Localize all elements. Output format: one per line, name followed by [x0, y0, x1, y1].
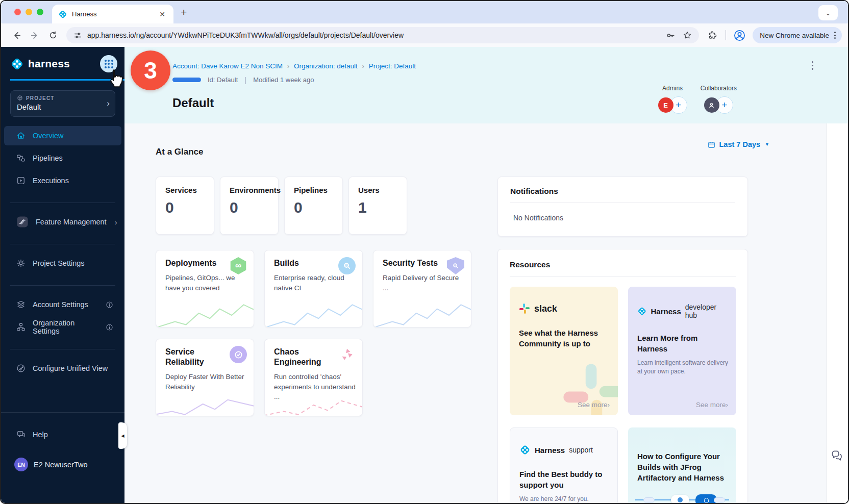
- admins-label: Admins: [662, 85, 683, 92]
- password-key-icon[interactable]: [666, 31, 676, 40]
- sidebar-item-pipelines[interactable]: Pipelines: [4, 148, 121, 168]
- tab-search-chevron-icon[interactable]: ⌄: [818, 5, 838, 20]
- account-settings-icon: [16, 300, 26, 309]
- resource-heading: Find the Best buddy to support you: [519, 469, 610, 490]
- info-icon[interactable]: [106, 323, 113, 331]
- sidebar-divider: [10, 285, 115, 286]
- breadcrumb-organization-link[interactable]: Organization: default: [294, 62, 358, 70]
- profile-avatar-icon[interactable]: [730, 26, 748, 44]
- stat-value: 0: [165, 199, 205, 216]
- sidebar-divider: [10, 244, 115, 244]
- divider: [510, 203, 735, 203]
- harness-favicon: [58, 10, 67, 19]
- stat-value: 1: [358, 199, 397, 216]
- date-range-filter[interactable]: Last 7 Days ▼: [708, 140, 769, 148]
- sidebar-item-configure-unified-view[interactable]: Configure Unified View: [1, 359, 124, 378]
- sidebar-item-overview[interactable]: Overview: [4, 126, 121, 145]
- forward-button[interactable]: [26, 26, 44, 44]
- browser-tab[interactable]: Harness ✕: [52, 5, 173, 23]
- extensions-puzzle-icon[interactable]: [703, 26, 721, 44]
- chat-help-icon[interactable]: [830, 449, 844, 465]
- project-selector[interactable]: PROJECT Default ›: [10, 90, 115, 117]
- sidebar-bottom-section: ? Help EN E2 NewuserTwo: [1, 412, 124, 503]
- resource-heading: See what the Harness Community is up to: [519, 327, 610, 349]
- site-controls-icon[interactable]: [73, 31, 82, 40]
- sidebar-collapse-handle[interactable]: ◀: [118, 422, 127, 449]
- sidebar-item-help[interactable]: ? Help: [1, 425, 124, 444]
- sidebar-item-label: Overview: [33, 132, 63, 140]
- see-more-link[interactable]: See more›: [578, 401, 610, 409]
- sidebar-item-label: Account Settings: [33, 300, 88, 309]
- sidebar-item-account-settings[interactable]: Account Settings: [1, 295, 124, 314]
- resource-card-developer-hub[interactable]: Harness developer hub Learn More from Ha…: [628, 287, 736, 415]
- security-tests-shield-icon: [447, 257, 464, 274]
- page-title: Default: [172, 96, 214, 110]
- notifications-title: Notifications: [510, 187, 735, 196]
- stat-card-pipelines: Pipelines 0: [284, 177, 343, 235]
- feature-management-icon: [16, 216, 29, 228]
- breadcrumb-project-link[interactable]: Project: Default: [369, 62, 416, 70]
- harness-logo-icon: [519, 444, 531, 456]
- sidebar-item-feature-management[interactable]: Feature Management ›: [1, 212, 124, 232]
- module-card-builds[interactable]: Builds Enterprise ready, cloud native CI: [264, 250, 363, 327]
- info-icon[interactable]: [106, 301, 113, 309]
- module-card-chaos-engineering[interactable]: Chaos Engineering Run controlled 'chaos'…: [264, 339, 363, 416]
- see-more-link[interactable]: See more›: [696, 401, 728, 409]
- breadcrumb-account-link[interactable]: Account: Dave Karow E2 Non SCIM: [172, 62, 283, 70]
- calendar-icon: [708, 141, 715, 148]
- url-text[interactable]: app.harness.io/ng/account/YWdkwNPiTceDUK…: [87, 31, 666, 39]
- module-card-deployments[interactable]: Deployments ∞ Pipelines, GitOps... we ha…: [156, 250, 254, 327]
- project-color-bar: [172, 78, 201, 82]
- tab-title: Harness: [72, 10, 157, 18]
- address-bar[interactable]: app.harness.io/ng/account/YWdkwNPiTceDUK…: [66, 27, 699, 43]
- sidebar-user[interactable]: EN E2 NewuserTwo: [1, 458, 124, 471]
- user-name: E2 NewuserTwo: [34, 461, 88, 469]
- module-desc: Rapid Delivery of Secure ...: [383, 273, 465, 293]
- brand-name: Harness: [651, 307, 681, 316]
- back-button[interactable]: [7, 26, 26, 44]
- module-desc: Pipelines, GitOps... we have you covered: [165, 273, 248, 293]
- home-icon: [16, 131, 26, 140]
- brand-suffix: developer hub: [685, 303, 727, 319]
- maximize-window-button[interactable]: [37, 9, 43, 15]
- stat-value: 0: [294, 199, 333, 216]
- harness-logo-icon: [637, 306, 647, 316]
- sidebar-item-organization-settings[interactable]: Organization Settings: [1, 317, 124, 337]
- support-brand-row: Harness support: [519, 444, 608, 456]
- pipeline-node: [714, 497, 725, 503]
- new-tab-button[interactable]: +: [181, 6, 187, 18]
- module-desc: Enterprise ready, cloud native CI: [274, 273, 357, 293]
- tab-close-icon[interactable]: ✕: [157, 10, 167, 19]
- close-window-button[interactable]: [14, 9, 21, 15]
- slack-brand-name: slack: [534, 304, 557, 314]
- reload-button[interactable]: [44, 26, 62, 44]
- module-card-security-tests[interactable]: Security Tests Rapid Delivery of Secure …: [373, 250, 471, 327]
- collaborator-avatar[interactable]: [704, 97, 719, 113]
- sidebar-divider: [10, 349, 115, 349]
- header-kebab-menu-icon[interactable]: [810, 59, 816, 72]
- person-icon: [708, 102, 715, 109]
- minimize-window-button[interactable]: [26, 9, 32, 15]
- grid-icon: [105, 60, 113, 68]
- resource-card-jfrog-tutorial[interactable]: How to Configure Your Builds with JFrog …: [628, 427, 736, 503]
- right-column: Notifications No Notifications Resources: [497, 177, 748, 503]
- new-chrome-available-button[interactable]: New Chrome available: [753, 27, 842, 43]
- resource-card-slack[interactable]: slack See what the Harness Community is …: [510, 287, 618, 415]
- trend-squiggle: [156, 299, 254, 327]
- module-card-service-reliability[interactable]: Service Reliability Deploy Faster With B…: [156, 339, 254, 416]
- date-range-label: Last 7 Days: [719, 140, 760, 148]
- chrome-menu-kebab-icon[interactable]: [833, 31, 837, 40]
- sidebar-item-project-settings[interactable]: Project Settings: [1, 254, 124, 273]
- resource-card-harness-support[interactable]: Harness support Find the Best buddy to s…: [510, 427, 618, 503]
- admin-avatar[interactable]: E: [658, 97, 673, 113]
- bookmark-star-icon[interactable]: [683, 31, 692, 40]
- stat-card-environments: Environments 0: [220, 177, 279, 235]
- configure-wrench-icon: [16, 364, 26, 373]
- stats-row: Services 0 Environments 0 Pipelines 0 Us…: [156, 177, 407, 235]
- developer-hub-brand-row: Harness developer hub: [637, 303, 727, 319]
- sidebar-item-executions[interactable]: Executions: [4, 171, 121, 190]
- main-content: Account: Dave Karow E2 Non SCIM › Organi…: [124, 47, 848, 503]
- chevron-right-icon: ›: [107, 98, 110, 109]
- breadcrumb-separator-icon: ›: [283, 63, 294, 70]
- admins-group: Admins E +: [658, 85, 687, 114]
